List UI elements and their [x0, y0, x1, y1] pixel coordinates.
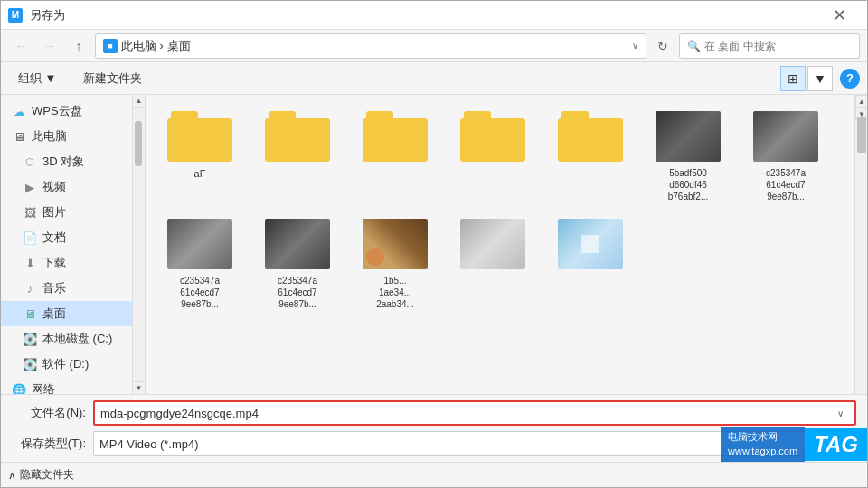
sidebar-label-pictures: 图片: [42, 204, 66, 221]
file-label: 5badf500d660df46b76abf2...: [668, 167, 708, 202]
dialog-title: 另存为: [30, 7, 818, 23]
music-icon: ♪: [23, 281, 37, 296]
sidebar-item-videos[interactable]: ▶ 视频: [1, 174, 132, 200]
sidebar-item-wps-cloud[interactable]: ☁ WPS云盘: [1, 99, 132, 124]
image-thumb: [164, 217, 236, 271]
view-buttons: ⊞ ▼: [780, 66, 833, 91]
list-item[interactable]: c235347a61c4ecd79ee87b...: [742, 106, 829, 206]
list-item[interactable]: [254, 106, 341, 206]
folder-icon: [363, 111, 428, 162]
image-thumb: [359, 217, 431, 271]
app-icon: M: [8, 8, 23, 23]
sidebar-label-3d: 3D 对象: [42, 154, 84, 170]
hide-folders-toggle[interactable]: ∧ 隐藏文件夹: [8, 467, 74, 483]
list-item[interactable]: [449, 106, 536, 206]
file-area-scrollbar: ▲ ▼: [854, 95, 867, 394]
sidebar-item-pictures[interactable]: 🖼 图片: [1, 200, 132, 225]
doc-icon: 📄: [23, 230, 37, 245]
list-item[interactable]: c235347a61c4ecd79ee87b...: [254, 213, 341, 314]
tag-label: TAG: [805, 428, 867, 461]
list-item[interactable]: [352, 106, 439, 206]
sidebar-label-wps: WPS云盘: [32, 103, 82, 119]
folder-icon: [265, 111, 330, 162]
list-item[interactable]: [547, 213, 634, 314]
actions-bar: 组织 ▼ 新建文件夹 ⊞ ▼ ?: [1, 62, 867, 95]
image-thumb: [750, 109, 822, 164]
network-icon: 🌐: [12, 382, 26, 394]
file-scrollbar-thumb: [857, 117, 866, 153]
sidebar-label-downloads: 下载: [42, 255, 66, 271]
back-button[interactable]: ←: [8, 33, 33, 59]
help-button[interactable]: ?: [840, 69, 860, 89]
up-button[interactable]: ↑: [66, 33, 91, 59]
grid-view-button[interactable]: ⊞: [780, 66, 806, 91]
sidebar-label-docs: 文档: [42, 230, 66, 246]
file-scroll-up-button[interactable]: ▲: [855, 95, 867, 108]
sidebar-item-downloads[interactable]: ⬇ 下载: [1, 250, 132, 276]
filename-input-container[interactable]: ∨: [93, 400, 856, 426]
search-input[interactable]: [704, 40, 852, 52]
picture-icon: 🖼: [23, 205, 37, 220]
toggle-arrow-icon: ∧: [8, 469, 16, 482]
site-line2: www.tagxp.com: [728, 445, 797, 458]
folder-thumb: [457, 109, 529, 164]
sidebar-item-this-pc[interactable]: 🖥 此电脑: [1, 124, 132, 149]
list-item[interactable]: aF: [156, 106, 243, 206]
folder-icon: [558, 111, 623, 162]
list-item[interactable]: 1b5...1ae34...2aab34...: [352, 213, 439, 314]
computer-icon: 🖥: [12, 129, 26, 144]
folder-thumb: [359, 109, 431, 164]
watermark-text: 电脑技术网 www.tagxp.com: [721, 427, 805, 462]
sidebar-label-music: 音乐: [42, 280, 66, 296]
sidebar-label-network: 网络: [32, 381, 55, 394]
sidebar-scroll-down[interactable]: ▼: [133, 381, 145, 394]
dark-image-icon: [656, 111, 721, 162]
organize-button[interactable]: 组织 ▼: [8, 67, 66, 90]
sidebar-item-network[interactable]: 🌐 网络: [1, 377, 132, 394]
address-bar[interactable]: ■ 此电脑 › 桌面 ∨: [95, 33, 646, 59]
desktop-icon: 🖥: [23, 306, 37, 321]
sidebar: ☁ WPS云盘 🖥 此电脑 ⬡ 3D 对象 ▶ 视频: [1, 95, 133, 394]
close-button[interactable]: ✕: [818, 1, 860, 30]
filename-dropdown-arrow[interactable]: ∨: [831, 402, 849, 424]
refresh-button[interactable]: ↻: [650, 33, 675, 59]
site-line1: 电脑技术网: [728, 430, 797, 444]
sidebar-label-d: 软件 (D:): [42, 356, 89, 372]
sidebar-item-music[interactable]: ♪ 音乐: [1, 276, 132, 301]
file-area: aF: [146, 95, 867, 394]
dark-image-icon: [753, 111, 818, 162]
sidebar-item-local-c[interactable]: 💽 本地磁盘 (C:): [1, 326, 132, 352]
cloud-icon: ☁: [12, 104, 26, 118]
list-item[interactable]: [547, 106, 634, 206]
sidebar-label-c: 本地磁盘 (C:): [42, 331, 112, 347]
filename-input[interactable]: [100, 407, 831, 420]
blur-image-icon: [460, 219, 525, 269]
image-thumb: [652, 109, 724, 164]
address-toolbar: ← → ↑ ■ 此电脑 › 桌面 ∨ ↻ 🔍: [1, 30, 867, 62]
sidebar-item-3d[interactable]: ⬡ 3D 对象: [1, 149, 132, 174]
forward-button[interactable]: →: [37, 33, 62, 59]
sidebar-scrollbar: ▲ ▼: [133, 95, 146, 394]
filetype-label: 保存类型(T):: [12, 436, 93, 452]
search-bar[interactable]: 🔍: [679, 33, 860, 59]
video-icon: ▶: [23, 180, 37, 194]
list-item[interactable]: c235347a61c4ecd79ee87b...: [156, 213, 243, 314]
sidebar-label-videos: 视频: [42, 179, 66, 195]
address-chevron-icon: ∨: [632, 41, 638, 51]
main-content: ▲ ▼ ☁ WPS云盘 🖥 此电脑 ⬡: [1, 95, 867, 394]
pc-icon: ■: [103, 39, 118, 53]
list-item[interactable]: [449, 213, 536, 314]
new-folder-button[interactable]: 新建文件夹: [73, 67, 152, 90]
sidebar-scroll-up[interactable]: ▲: [133, 95, 145, 108]
watermark: 电脑技术网 www.tagxp.com TAG: [721, 427, 867, 462]
toggle-label: 隐藏文件夹: [20, 467, 74, 483]
sidebar-item-desktop[interactable]: 🖥 桌面: [1, 301, 132, 326]
filename-label: 文件名(N):: [12, 405, 93, 421]
list-item[interactable]: 5badf500d660df46b76abf2...: [645, 106, 731, 206]
sidebar-item-soft-d[interactable]: 💽 软件 (D:): [1, 352, 132, 377]
folder-thumb: [261, 109, 334, 164]
sidebar-item-documents[interactable]: 📄 文档: [1, 225, 132, 250]
folder-thumb: [554, 109, 627, 164]
list-view-button[interactable]: ▼: [807, 66, 833, 91]
3d-icon: ⬡: [23, 155, 37, 169]
